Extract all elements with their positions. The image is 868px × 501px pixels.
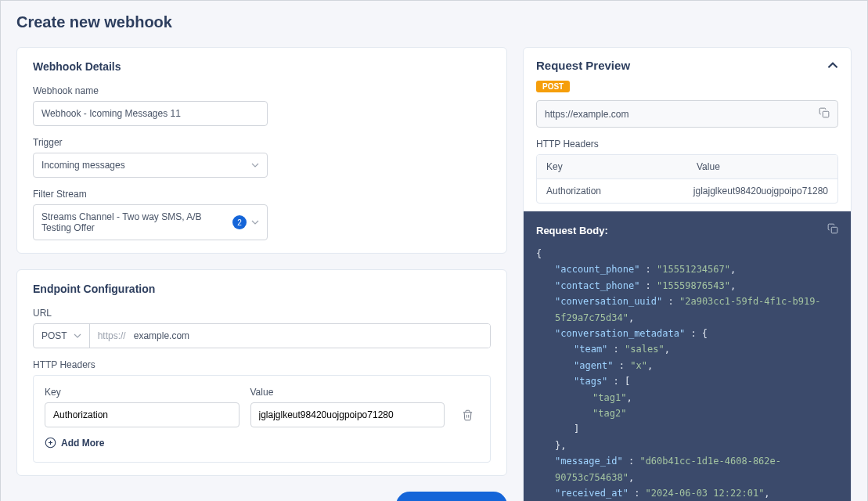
filter-count-badge: 2	[232, 215, 247, 229]
trash-icon	[462, 409, 474, 421]
url-label: URL	[33, 308, 491, 319]
trigger-value: Incoming messages	[41, 160, 125, 171]
filter-stream-value: Streams Channel - Two way SMS, A/B Testi…	[41, 211, 228, 233]
filter-stream-select[interactable]: Streams Channel - Two way SMS, A/B Testi…	[33, 204, 268, 240]
endpoint-config-title: Endpoint Configuration	[33, 283, 491, 295]
preview-headers-table: Key Value Authorization jglajglkeut98420…	[536, 154, 838, 204]
svg-rect-5	[823, 111, 829, 117]
json-account-phone: 15551234567	[662, 264, 724, 275]
chevron-up-icon	[827, 62, 838, 69]
webhook-details-title: Webhook Details	[33, 60, 491, 73]
preview-headers-label: HTTP Headers	[536, 139, 838, 150]
cancel-button[interactable]: Cancel	[325, 492, 387, 501]
plus-circle-icon	[45, 437, 56, 449]
url-input-group: POST https://	[33, 323, 491, 348]
webhook-name-label: Webhook name	[33, 85, 491, 96]
add-more-label: Add More	[61, 438, 104, 449]
method-badge: POST	[536, 81, 570, 92]
json-team: sales	[630, 344, 658, 355]
copy-url-button[interactable]	[819, 107, 830, 121]
create-webhook-button[interactable]: Create Webhook	[396, 492, 507, 501]
json-tag1: tag1	[598, 392, 621, 403]
page-title: Create new webhook	[16, 13, 852, 31]
request-body: Request Body: { "account_phone" : "15551…	[524, 211, 851, 501]
chevron-down-icon	[251, 218, 259, 226]
preview-header-key: Authorization	[537, 178, 684, 203]
header-row	[45, 402, 479, 427]
http-method-select[interactable]: POST	[34, 324, 90, 348]
chevron-down-icon	[74, 332, 81, 340]
http-method-value: POST	[41, 330, 67, 341]
json-tag2: tag2	[598, 408, 621, 419]
url-prefix: https://	[90, 324, 131, 348]
webhook-name-input[interactable]	[33, 101, 268, 126]
json-body: { "account_phone" : "15551234567", "cont…	[536, 246, 838, 501]
header-key-label: Key	[45, 387, 240, 398]
collapse-button[interactable]	[827, 59, 838, 71]
preview-header-value: jglajglkeut98420uojgpoipo71280	[684, 178, 837, 203]
endpoint-config-card: Endpoint Configuration URL POST https://…	[16, 269, 507, 476]
json-agent: x	[636, 360, 642, 371]
json-contact-phone: 15559876543	[662, 280, 724, 291]
header-value-input[interactable]	[250, 402, 445, 427]
copy-icon	[827, 223, 838, 234]
json-received-at: 2024-06-03 12:22:01	[651, 488, 758, 499]
filter-stream-label: Filter Stream	[33, 189, 491, 200]
copy-body-button[interactable]	[827, 222, 838, 240]
preview-header-row: Authorization jglajglkeut98420uojgpoipo7…	[537, 178, 837, 203]
delete-header-button[interactable]	[456, 409, 479, 421]
url-input[interactable]	[131, 324, 490, 348]
preview-url-display: https://example.com	[536, 100, 838, 128]
svg-rect-6	[831, 227, 837, 233]
webhook-details-card: Webhook Details Webhook name Trigger Inc…	[16, 47, 507, 254]
request-preview-title: Request Preview	[536, 59, 630, 72]
header-key-input[interactable]	[45, 402, 240, 427]
request-body-label: Request Body:	[536, 222, 608, 240]
copy-icon	[819, 107, 830, 118]
trigger-label: Trigger	[33, 137, 491, 148]
preview-url-text: https://example.com	[545, 109, 628, 120]
add-header-button[interactable]: Add More	[45, 437, 104, 449]
http-headers-label: HTTP Headers	[33, 359, 491, 370]
chevron-down-icon	[251, 161, 259, 169]
header-value-label: Value	[250, 387, 445, 398]
trigger-select[interactable]: Incoming messages	[33, 153, 268, 178]
preview-key-header: Key	[537, 155, 687, 178]
preview-value-header: Value	[687, 155, 837, 178]
request-preview-card: Request Preview POST https://example.com…	[523, 47, 852, 501]
